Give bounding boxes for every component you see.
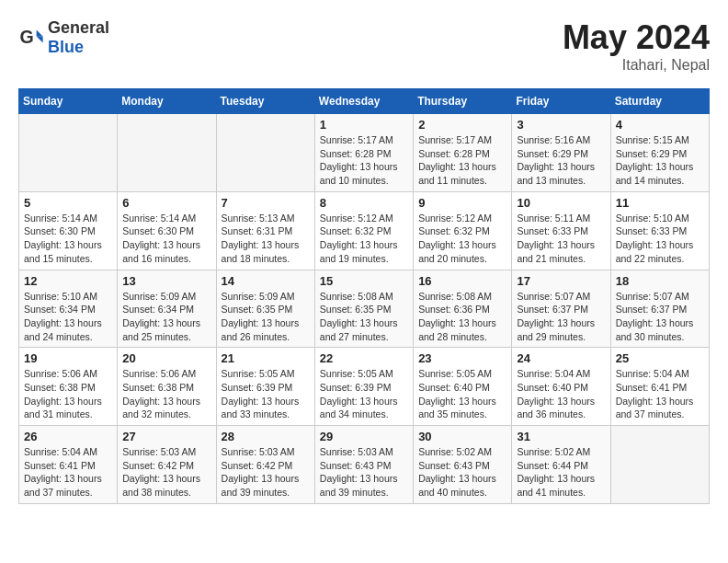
day-info: Sunrise: 5:05 AM Sunset: 6:39 PM Dayligh… bbox=[222, 367, 310, 421]
day-number: 26 bbox=[24, 430, 112, 443]
weekday-header-tuesday: Tuesday bbox=[216, 89, 314, 114]
calendar-cell: 1Sunrise: 5:17 AM Sunset: 6:28 PM Daylig… bbox=[314, 114, 413, 192]
calendar-cell: 30Sunrise: 5:02 AM Sunset: 6:43 PM Dayli… bbox=[414, 426, 512, 504]
day-info: Sunrise: 5:13 AM Sunset: 6:31 PM Dayligh… bbox=[222, 212, 310, 266]
day-info: Sunrise: 5:09 AM Sunset: 6:35 PM Dayligh… bbox=[222, 290, 310, 344]
day-info: Sunrise: 5:11 AM Sunset: 6:33 PM Dayligh… bbox=[517, 212, 605, 266]
calendar-cell: 27Sunrise: 5:03 AM Sunset: 6:42 PM Dayli… bbox=[118, 426, 216, 504]
day-info: Sunrise: 5:03 AM Sunset: 6:42 PM Dayligh… bbox=[122, 445, 210, 500]
day-number: 4 bbox=[616, 118, 704, 132]
day-info: Sunrise: 5:10 AM Sunset: 6:34 PM Dayligh… bbox=[24, 290, 112, 344]
day-info: Sunrise: 5:15 AM Sunset: 6:29 PM Dayligh… bbox=[616, 133, 704, 188]
weekday-header-friday: Friday bbox=[512, 89, 610, 114]
day-info: Sunrise: 5:07 AM Sunset: 6:37 PM Dayligh… bbox=[517, 290, 605, 344]
svg-text:G: G bbox=[19, 27, 33, 47]
svg-marker-1 bbox=[37, 30, 43, 37]
page-header: G General Blue May 2024 Itahari, Nepal bbox=[18, 18, 710, 74]
weekday-header-monday: Monday bbox=[118, 89, 216, 114]
day-info: Sunrise: 5:07 AM Sunset: 6:37 PM Dayligh… bbox=[616, 290, 704, 344]
calendar-title: May 2024 bbox=[563, 18, 710, 57]
calendar-cell: 13Sunrise: 5:09 AM Sunset: 6:34 PM Dayli… bbox=[118, 270, 216, 348]
day-info: Sunrise: 5:08 AM Sunset: 6:36 PM Dayligh… bbox=[418, 290, 506, 344]
calendar-cell: 22Sunrise: 5:05 AM Sunset: 6:39 PM Dayli… bbox=[314, 348, 413, 426]
calendar-cell: 24Sunrise: 5:04 AM Sunset: 6:40 PM Dayli… bbox=[512, 348, 610, 426]
logo: G General Blue bbox=[18, 18, 109, 57]
day-number: 22 bbox=[320, 351, 408, 365]
weekday-header-saturday: Saturday bbox=[610, 89, 709, 114]
calendar-cell: 28Sunrise: 5:03 AM Sunset: 6:42 PM Dayli… bbox=[216, 426, 314, 504]
weekday-header-row: SundayMondayTuesdayWednesdayThursdayFrid… bbox=[19, 89, 710, 114]
day-number: 5 bbox=[24, 196, 112, 210]
day-number: 16 bbox=[418, 274, 506, 288]
calendar-cell: 26Sunrise: 5:04 AM Sunset: 6:41 PM Dayli… bbox=[19, 426, 118, 504]
day-info: Sunrise: 5:03 AM Sunset: 6:42 PM Dayligh… bbox=[222, 445, 310, 500]
calendar-cell: 19Sunrise: 5:06 AM Sunset: 6:38 PM Dayli… bbox=[19, 348, 118, 426]
calendar-cell: 8Sunrise: 5:12 AM Sunset: 6:32 PM Daylig… bbox=[314, 191, 413, 270]
calendar-cell bbox=[216, 114, 314, 192]
day-number: 15 bbox=[320, 274, 408, 288]
calendar-week-2: 5Sunrise: 5:14 AM Sunset: 6:30 PM Daylig… bbox=[19, 191, 710, 270]
calendar-week-5: 26Sunrise: 5:04 AM Sunset: 6:41 PM Dayli… bbox=[19, 426, 710, 504]
day-info: Sunrise: 5:04 AM Sunset: 6:41 PM Dayligh… bbox=[616, 367, 704, 421]
day-number: 27 bbox=[122, 430, 210, 443]
calendar-week-1: 1Sunrise: 5:17 AM Sunset: 6:28 PM Daylig… bbox=[19, 114, 710, 192]
calendar-cell: 3Sunrise: 5:16 AM Sunset: 6:29 PM Daylig… bbox=[512, 114, 610, 192]
weekday-header-thursday: Thursday bbox=[414, 89, 512, 114]
calendar-table: SundayMondayTuesdayWednesdayThursdayFrid… bbox=[18, 88, 710, 504]
weekday-header-sunday: Sunday bbox=[19, 89, 118, 114]
day-info: Sunrise: 5:06 AM Sunset: 6:38 PM Dayligh… bbox=[122, 367, 210, 421]
calendar-cell: 10Sunrise: 5:11 AM Sunset: 6:33 PM Dayli… bbox=[512, 191, 610, 270]
day-info: Sunrise: 5:10 AM Sunset: 6:33 PM Dayligh… bbox=[616, 212, 704, 266]
calendar-cell: 18Sunrise: 5:07 AM Sunset: 6:37 PM Dayli… bbox=[610, 270, 709, 348]
calendar-cell: 9Sunrise: 5:12 AM Sunset: 6:32 PM Daylig… bbox=[414, 191, 512, 270]
day-info: Sunrise: 5:14 AM Sunset: 6:30 PM Dayligh… bbox=[122, 212, 210, 266]
calendar-cell: 15Sunrise: 5:08 AM Sunset: 6:35 PM Dayli… bbox=[314, 270, 413, 348]
day-info: Sunrise: 5:05 AM Sunset: 6:39 PM Dayligh… bbox=[320, 367, 408, 421]
day-number: 17 bbox=[517, 274, 605, 288]
calendar-cell: 4Sunrise: 5:15 AM Sunset: 6:29 PM Daylig… bbox=[610, 114, 709, 192]
day-info: Sunrise: 5:02 AM Sunset: 6:44 PM Dayligh… bbox=[517, 445, 605, 500]
calendar-cell: 14Sunrise: 5:09 AM Sunset: 6:35 PM Dayli… bbox=[216, 270, 314, 348]
day-info: Sunrise: 5:04 AM Sunset: 6:40 PM Dayligh… bbox=[517, 367, 605, 421]
logo-icon: G bbox=[18, 25, 44, 51]
logo-text: General Blue bbox=[48, 18, 109, 57]
day-number: 1 bbox=[320, 118, 408, 132]
day-number: 13 bbox=[122, 274, 210, 288]
logo-blue: Blue bbox=[48, 38, 84, 56]
day-info: Sunrise: 5:04 AM Sunset: 6:41 PM Dayligh… bbox=[24, 445, 112, 500]
logo-general: General bbox=[48, 18, 109, 37]
day-number: 24 bbox=[517, 351, 605, 365]
title-block: May 2024 Itahari, Nepal bbox=[563, 18, 710, 74]
day-info: Sunrise: 5:05 AM Sunset: 6:40 PM Dayligh… bbox=[418, 367, 506, 421]
calendar-cell: 7Sunrise: 5:13 AM Sunset: 6:31 PM Daylig… bbox=[216, 191, 314, 270]
day-number: 6 bbox=[122, 196, 210, 210]
calendar-cell bbox=[610, 426, 709, 504]
calendar-cell: 20Sunrise: 5:06 AM Sunset: 6:38 PM Dayli… bbox=[118, 348, 216, 426]
calendar-cell: 17Sunrise: 5:07 AM Sunset: 6:37 PM Dayli… bbox=[512, 270, 610, 348]
day-number: 19 bbox=[24, 351, 112, 365]
calendar-cell: 2Sunrise: 5:17 AM Sunset: 6:28 PM Daylig… bbox=[414, 114, 512, 192]
day-number: 9 bbox=[418, 196, 506, 210]
day-info: Sunrise: 5:08 AM Sunset: 6:35 PM Dayligh… bbox=[320, 290, 408, 344]
day-info: Sunrise: 5:17 AM Sunset: 6:28 PM Dayligh… bbox=[320, 133, 408, 188]
day-number: 8 bbox=[320, 196, 408, 210]
day-info: Sunrise: 5:12 AM Sunset: 6:32 PM Dayligh… bbox=[320, 212, 408, 266]
calendar-week-4: 19Sunrise: 5:06 AM Sunset: 6:38 PM Dayli… bbox=[19, 348, 710, 426]
calendar-week-3: 12Sunrise: 5:10 AM Sunset: 6:34 PM Dayli… bbox=[19, 270, 710, 348]
day-number: 23 bbox=[418, 351, 506, 365]
day-number: 12 bbox=[24, 274, 112, 288]
calendar-cell bbox=[19, 114, 118, 192]
day-number: 31 bbox=[517, 430, 605, 443]
calendar-cell: 16Sunrise: 5:08 AM Sunset: 6:36 PM Dayli… bbox=[414, 270, 512, 348]
day-number: 30 bbox=[418, 430, 506, 443]
day-info: Sunrise: 5:16 AM Sunset: 6:29 PM Dayligh… bbox=[517, 133, 605, 188]
calendar-cell: 25Sunrise: 5:04 AM Sunset: 6:41 PM Dayli… bbox=[610, 348, 709, 426]
day-info: Sunrise: 5:09 AM Sunset: 6:34 PM Dayligh… bbox=[122, 290, 210, 344]
calendar-cell bbox=[118, 114, 216, 192]
day-number: 18 bbox=[616, 274, 704, 288]
calendar-location: Itahari, Nepal bbox=[563, 57, 710, 74]
day-info: Sunrise: 5:17 AM Sunset: 6:28 PM Dayligh… bbox=[418, 133, 506, 188]
day-info: Sunrise: 5:02 AM Sunset: 6:43 PM Dayligh… bbox=[418, 445, 506, 500]
day-number: 3 bbox=[517, 118, 605, 132]
day-info: Sunrise: 5:03 AM Sunset: 6:43 PM Dayligh… bbox=[320, 445, 408, 500]
